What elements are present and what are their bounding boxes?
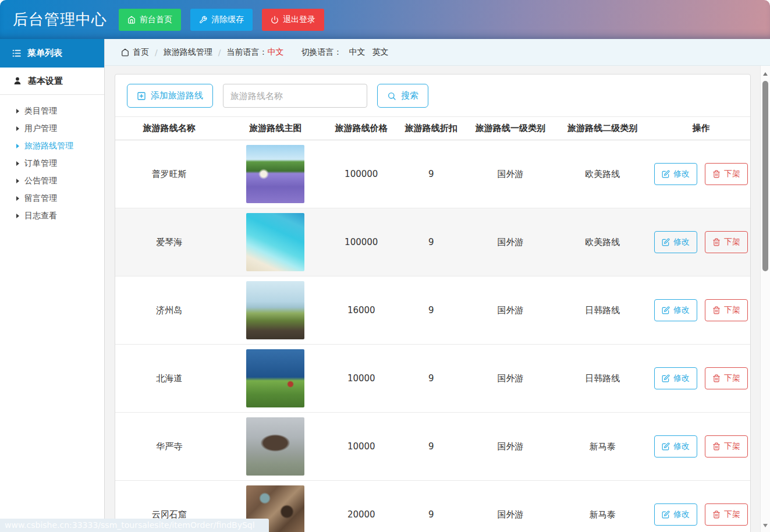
route-photo: [246, 417, 304, 476]
remove-button[interactable]: 下架: [705, 231, 748, 253]
caret-right-icon: [16, 109, 19, 114]
edit-icon: [662, 442, 670, 451]
sidebar-section-label: 基本设置: [28, 76, 63, 87]
route-name: 爱琴海: [115, 237, 223, 248]
trash-icon: [712, 374, 721, 382]
table-header-row: 旅游路线名称 旅游路线主图 旅游路线价格 旅游路线折扣 旅游路线一级类别 旅游路…: [115, 116, 750, 140]
sidebar-item[interactable]: 订单管理: [0, 155, 104, 172]
menu-list-header[interactable]: 菜单列表: [0, 39, 104, 68]
route-category-1: 国外游: [467, 441, 553, 452]
breadcrumb-current[interactable]: 旅游路线管理: [164, 47, 212, 58]
route-discount: 9: [395, 169, 467, 179]
language-option-zh[interactable]: 中文: [349, 47, 365, 58]
route-category-2: 日韩路线: [553, 373, 652, 384]
sidebar-item[interactable]: 类目管理: [0, 102, 104, 120]
edit-button[interactable]: 修改: [654, 367, 697, 389]
edit-button[interactable]: 修改: [654, 503, 697, 526]
remove-label: 下架: [724, 169, 740, 179]
route-category-2: 欧美路线: [553, 169, 652, 180]
breadcrumb-separator: /: [212, 48, 227, 57]
trash-icon: [712, 306, 721, 314]
route-photo: [246, 213, 304, 271]
language-option-en[interactable]: 英文: [372, 47, 388, 58]
route-discount: 9: [395, 509, 467, 520]
front-home-button[interactable]: 前台首页: [119, 9, 181, 31]
remove-button[interactable]: 下架: [705, 163, 748, 185]
scrollbar[interactable]: [760, 66, 770, 532]
route-price: 10000: [328, 373, 395, 384]
list-icon: [12, 48, 22, 58]
remove-button[interactable]: 下架: [705, 299, 748, 321]
clear-cache-label: 清除缓存: [211, 15, 244, 25]
sidebar-item[interactable]: 用户管理: [0, 120, 104, 137]
remove-button[interactable]: 下架: [705, 435, 748, 457]
home-icon: [121, 48, 129, 56]
route-discount: 9: [395, 305, 467, 315]
column-header: 旅游路线名称: [115, 123, 223, 134]
search-label: 搜索: [401, 90, 418, 101]
route-name-search-input[interactable]: [223, 84, 367, 108]
clear-cache-button[interactable]: 清除缓存: [190, 9, 253, 31]
edit-button[interactable]: 修改: [654, 299, 697, 321]
route-name: 华严寺: [115, 441, 223, 452]
edit-button[interactable]: 修改: [654, 435, 697, 457]
caret-right-icon: [16, 214, 19, 218]
add-route-button[interactable]: 添加旅游路线: [127, 84, 213, 108]
route-photo: [246, 349, 304, 407]
menu-list-label: 菜单列表: [27, 48, 62, 59]
sidebar-item[interactable]: 公告管理: [0, 172, 104, 190]
route-name: 济州岛: [115, 305, 223, 316]
sidebar-item-label: 日志查看: [24, 211, 57, 221]
route-category-2: 新马泰: [553, 441, 652, 452]
edit-button[interactable]: 修改: [654, 231, 697, 253]
route-category-1: 国外游: [467, 373, 553, 384]
route-discount: 9: [395, 237, 467, 247]
admin-page: 后台管理中心 前台首页 清除缓存 退出登录 菜单列表 基本设置: [0, 0, 770, 532]
edit-button[interactable]: 修改: [654, 163, 697, 185]
sidebar-item[interactable]: 旅游路线管理: [0, 137, 104, 155]
main-content: 添加旅游路线 搜索 旅游路线名称 旅游路线主图 旅游路线价格: [105, 66, 760, 532]
sidebar-section-basic-settings[interactable]: 基本设置: [0, 68, 104, 95]
sidebar-item-label: 用户管理: [24, 123, 57, 134]
route-photo-cell: [223, 281, 328, 339]
sidebar-item-label: 订单管理: [24, 158, 57, 169]
table-row: 济州岛 16000 9 国外游 日韩路线: [115, 276, 750, 345]
route-photo-cell: [223, 349, 328, 407]
column-header: 旅游路线主图: [223, 123, 328, 134]
language-switcher: 切换语言： 中文 英文: [301, 47, 388, 58]
remove-label: 下架: [724, 441, 740, 452]
scroll-down-arrow-icon[interactable]: [763, 524, 768, 527]
scroll-up-arrow-icon[interactable]: [763, 72, 768, 76]
sidebar-item[interactable]: 日志查看: [0, 207, 104, 225]
app-title: 后台管理中心: [0, 9, 119, 30]
edit-icon: [662, 170, 670, 178]
power-icon: [271, 16, 279, 24]
routes-table: 旅游路线名称 旅游路线主图 旅游路线价格 旅游路线折扣 旅游路线一级类别 旅游路…: [115, 116, 750, 532]
breadcrumb: 首页 / 旅游路线管理 / 当前语言： 中文 切换语言： 中文 英文: [105, 39, 770, 66]
remove-button[interactable]: 下架: [705, 367, 748, 389]
route-photo-cell: [223, 417, 328, 476]
edit-label: 修改: [673, 169, 690, 179]
top-header: 后台管理中心 前台首页 清除缓存 退出登录: [0, 0, 770, 39]
search-icon: [387, 91, 396, 101]
edit-label: 修改: [673, 305, 690, 315]
breadcrumb-home[interactable]: 首页: [133, 47, 149, 58]
column-header: 旅游路线二级类别: [553, 123, 652, 134]
table-row: 华严寺 10000 9 国外游 新马泰: [115, 413, 750, 481]
sidebar-item[interactable]: 留言管理: [0, 190, 104, 207]
route-photo: [246, 281, 304, 339]
remove-label: 下架: [724, 373, 740, 384]
home-icon: [127, 16, 136, 24]
current-language-label: 当前语言：: [226, 47, 267, 58]
edit-icon: [662, 238, 670, 246]
search-button[interactable]: 搜索: [377, 84, 428, 108]
plus-square-icon: [137, 91, 146, 101]
column-header: 旅游路线一级类别: [467, 123, 553, 134]
sidebar: 菜单列表 基本设置 类目管理 用户管理 旅游路线管理: [0, 39, 105, 532]
edit-icon: [662, 374, 670, 382]
route-category-1: 国外游: [467, 305, 553, 316]
logout-button[interactable]: 退出登录: [262, 9, 324, 31]
scrollbar-thumb[interactable]: [762, 81, 768, 271]
remove-button[interactable]: 下架: [705, 503, 748, 526]
route-category-1: 国外游: [467, 237, 553, 248]
